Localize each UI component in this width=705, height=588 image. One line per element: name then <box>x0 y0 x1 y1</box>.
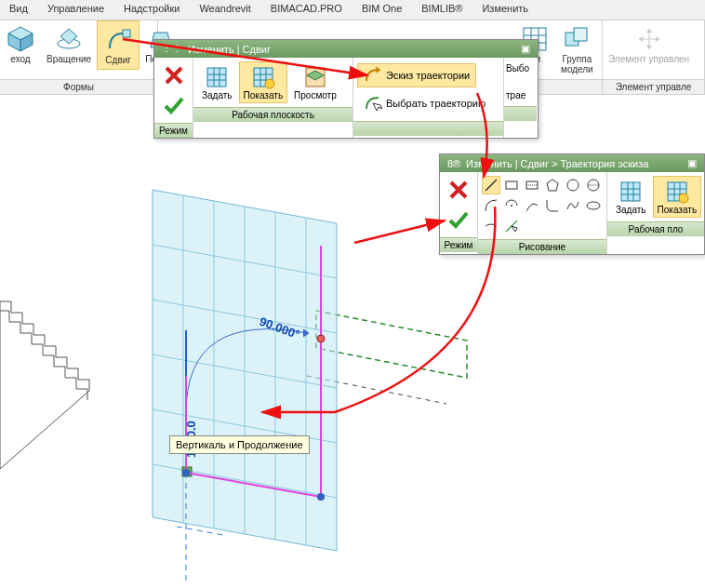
sketch-endpoint <box>317 493 325 501</box>
svg-marker-4 <box>60 29 77 44</box>
grip-icon: ⋮⋮ <box>162 43 182 55</box>
snap-tooltip: Вертикаль и Продолжение <box>169 435 310 454</box>
tab-bimone[interactable]: BIM One <box>352 0 412 20</box>
tab-bimacad[interactable]: BIMACAD.PRO <box>261 0 352 20</box>
control-arrows-icon <box>634 24 664 54</box>
ribbon-element-upravle[interactable]: Элемент управлен <box>603 20 695 68</box>
ribbon-vrashenie[interactable]: Вращение <box>41 20 97 68</box>
svg-rect-20 <box>207 68 226 87</box>
svg-marker-16 <box>656 36 659 42</box>
tab-nadstroyki[interactable]: Надстройки <box>114 0 190 20</box>
cancel-mode-button[interactable] <box>160 61 188 89</box>
tab-vid[interactable]: Вид <box>0 0 38 20</box>
group-icon <box>562 24 592 54</box>
svg-marker-17 <box>639 36 643 42</box>
tab-weandrevit[interactable]: Weandrevit <box>190 0 260 20</box>
expand-icon[interactable]: ▣ <box>521 43 530 55</box>
ribbon-sdvig[interactable]: Сдвиг <box>97 20 140 70</box>
reference-plane-outline <box>316 311 467 378</box>
panel-element-upravle: Элемент управле <box>603 79 704 94</box>
svg-marker-19 <box>646 46 652 49</box>
grid-show-icon <box>250 64 276 90</box>
panel-formy: Формы <box>0 79 157 94</box>
cube-icon <box>6 24 35 54</box>
tab-bimlib[interactable]: BIMLIB® <box>412 0 472 20</box>
viewport-canvas: 90.000° 1200.0 <box>0 97 705 588</box>
svg-rect-13 <box>574 28 587 41</box>
viewer-icon <box>302 64 328 90</box>
sweep-icon <box>103 25 133 55</box>
stair-geometry <box>0 301 89 469</box>
rotation-icon <box>54 24 84 54</box>
main-tab-bar: Вид Управление Надстройки Weandrevit BIM… <box>0 0 705 20</box>
panel1-title-bar[interactable]: ⋮⋮ Изменить | Сдвиг ▣ <box>154 40 538 58</box>
svg-point-30 <box>265 79 274 88</box>
x-red-icon <box>161 62 187 88</box>
tab-upravlenie[interactable]: Управление <box>38 0 114 20</box>
ribbon-gruppa[interactable]: Группа модели <box>555 20 599 78</box>
ribbon-ehod[interactable]: еход <box>0 20 41 68</box>
model-viewport[interactable]: 90.000° 1200.0 <box>0 97 705 588</box>
svg-marker-18 <box>646 29 652 33</box>
work-plane <box>153 190 337 551</box>
svg-rect-5 <box>123 30 130 37</box>
svg-marker-57 <box>316 311 467 378</box>
sketch-path-icon <box>364 66 382 85</box>
sketch-endpoint-active <box>317 335 325 342</box>
eskiz-traektorii-button[interactable]: Эскиз траектории <box>357 63 476 87</box>
grid-set-icon <box>204 64 230 90</box>
tab-izmenit[interactable]: Изменить <box>472 0 539 20</box>
